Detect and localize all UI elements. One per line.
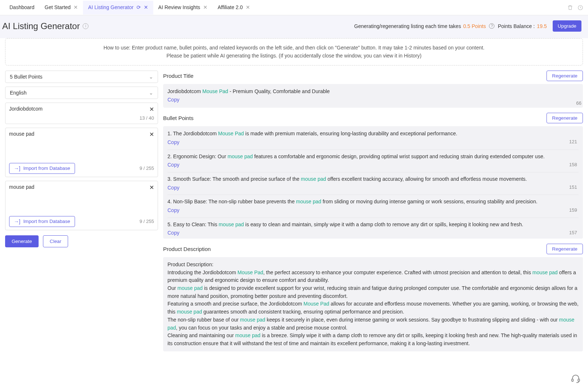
copy-button[interactable]: Copy — [167, 229, 179, 237]
close-icon[interactable]: ✕ — [246, 5, 250, 10]
desc-text: The non-slip rubber base of our — [167, 317, 240, 323]
copy-button[interactable]: Copy — [167, 139, 179, 147]
bullet-post: is easy to clean and maintain, simply wi… — [244, 222, 523, 227]
select-value: 5 Bullet Points — [10, 74, 43, 80]
language-select[interactable]: English ⌄ — [5, 87, 158, 99]
keyword: mouse pad — [235, 332, 260, 338]
bullet-pre: 4. Non-Slip Base: The non-slip rubber ba… — [167, 199, 296, 204]
header-balance: Generating/regenerating listing each tim… — [354, 20, 581, 32]
tab-label: Affiliate 2.0 — [218, 4, 243, 10]
section-title: Product Description — [163, 246, 211, 252]
upgrade-button[interactable]: Upgrade — [553, 20, 581, 32]
copy-button[interactable]: Copy — [167, 207, 179, 215]
keyword: mouse pad — [296, 199, 321, 204]
desc-text: is designed to provide excellent support… — [167, 285, 577, 299]
keyword: Mouse Pad — [202, 88, 228, 94]
select-value: English — [10, 90, 27, 96]
page-title: AI Listing Generator i — [2, 21, 88, 31]
import-icon: →] — [14, 165, 20, 171]
section-title: Product Title — [163, 73, 193, 79]
tab-ai-review-insights[interactable]: AI Review Insights✕ — [153, 1, 213, 15]
bullet-pre: 2. Ergonomic Design: Our — [167, 153, 228, 159]
input-value: mouse pad — [9, 131, 154, 161]
bullet-post: from sliding or moving during intense ga… — [321, 199, 537, 204]
input-value: Jordiobdotcom — [9, 106, 154, 113]
bullet-post: features a comfortable and ergonomic des… — [253, 153, 545, 159]
keyword: mouse pad — [301, 176, 326, 182]
char-count: 66 — [576, 100, 581, 107]
bullet-item: 4. Non-Slip Base: The non-slip rubber ba… — [167, 195, 579, 214]
tab-label: Get Started — [45, 4, 71, 10]
title-text-post: - Premium Quality, Comfortable and Durab… — [228, 88, 330, 94]
svg-rect-2 — [578, 379, 580, 382]
refresh-icon[interactable]: ⟳ — [137, 4, 141, 10]
output-panel: Product Title Regenerate Jordiobdotcom M… — [163, 71, 583, 351]
tab-get-started[interactable]: Get Started✕ — [40, 1, 83, 15]
bullet-item: 5. Easy to Clean: This mouse pad is easy… — [167, 218, 579, 237]
note-cost: 0.5 Points — [463, 23, 486, 29]
import-from-database-button[interactable]: →] Import from Database — [9, 216, 75, 227]
keyword: Mouse Pad — [237, 270, 263, 275]
import-from-database-button[interactable]: →] Import from Database — [9, 163, 75, 174]
note-prefix: Generating/regenerating listing each tim… — [354, 23, 461, 29]
input-value: mouse pad — [9, 184, 154, 214]
close-icon[interactable]: ✕ — [203, 5, 208, 10]
desc-text: Cleaning and maintaining our — [167, 332, 235, 338]
bullets-input[interactable]: mouse pad ✕ →] Import from Database 9 / … — [5, 128, 158, 177]
keyword: mouse pad — [228, 153, 253, 159]
bullet-pre: 3. Smooth Surface: The smooth and precis… — [167, 176, 301, 182]
clear-input-icon[interactable]: ✕ — [149, 184, 154, 191]
keywords-input[interactable]: mouse pad ✕ →] Import from Database 9 / … — [5, 181, 158, 230]
copy-button[interactable]: Copy — [167, 161, 179, 169]
bulletpoints-select[interactable]: 5 Bullet Points ⌄ — [5, 71, 158, 83]
bullet-post: is made with premium materials, ensuring… — [244, 131, 457, 136]
bullet-item: 3. Smooth Surface: The smooth and precis… — [167, 172, 579, 192]
char-counter: 9 / 255 — [139, 219, 154, 224]
tab-dashboard[interactable]: Dashboard — [4, 1, 40, 15]
copy-button[interactable]: Copy — [167, 96, 179, 104]
desc-text: keeps it securely in place, even during … — [265, 317, 559, 323]
char-count: 157 — [569, 229, 577, 236]
page-title-text: AI Listing Generator — [2, 21, 80, 31]
history-icon[interactable] — [577, 4, 584, 11]
desc-text: , the perfect accessory to enhance your … — [263, 270, 532, 275]
close-icon[interactable]: ✕ — [74, 5, 78, 10]
question-icon[interactable]: ? — [489, 23, 494, 29]
clear-input-icon[interactable]: ✕ — [149, 131, 154, 138]
tab-label: AI Review Insights — [158, 4, 200, 10]
char-counter: 13 / 40 — [139, 115, 154, 121]
regenerate-title-button[interactable]: Regenerate — [546, 71, 583, 81]
desc-text: Featuring a smooth and precise surface, … — [167, 301, 304, 307]
tab-ai-listing-generator[interactable]: AI Listing Generator ⟳ ✕ — [83, 1, 153, 15]
char-count: 151 — [569, 184, 577, 191]
close-icon[interactable]: ✕ — [144, 5, 148, 10]
keyword: mouse pad — [177, 309, 202, 315]
header-bar: AI Listing Generator i Generating/regene… — [0, 15, 588, 38]
desc-text: Introducing the Jordiobdotcom — [167, 270, 237, 275]
keyword: mouse pad — [177, 285, 202, 291]
product-name-input[interactable]: Jordiobdotcom ✕ 13 / 40 — [5, 103, 158, 124]
description-result: Product Description: Introducing the Jor… — [163, 257, 583, 351]
char-count: 159 — [569, 207, 577, 214]
balance-label: Points Balance : — [498, 23, 534, 29]
title-text-pre: Jordiobdotcom — [167, 88, 202, 94]
chevron-down-icon: ⌄ — [149, 74, 153, 80]
clear-button[interactable]: Clear — [43, 235, 68, 247]
regenerate-bullets-button[interactable]: Regenerate — [546, 113, 583, 123]
bullet-pre: 1. The Jordiobdotcom — [167, 131, 218, 136]
chevron-down-icon: ⌄ — [149, 90, 153, 96]
char-counter: 9 / 255 — [139, 165, 154, 171]
desc-text: Our — [167, 285, 177, 291]
regenerate-description-button[interactable]: Regenerate — [546, 244, 583, 254]
info-icon[interactable]: i — [83, 23, 88, 29]
clear-input-icon[interactable]: ✕ — [149, 106, 154, 113]
trash-icon[interactable] — [567, 4, 573, 11]
copy-button[interactable]: Copy — [167, 184, 179, 192]
tab-affiliate[interactable]: Affiliate 2.0✕ — [213, 1, 255, 15]
support-icon[interactable] — [570, 373, 581, 384]
tab-label: AI Listing Generator — [88, 4, 134, 10]
title-result: Jordiobdotcom Mouse Pad - Premium Qualit… — [163, 84, 583, 108]
keyword: mouse pad — [219, 222, 244, 227]
desc-heading: Product Description: — [167, 261, 579, 269]
generate-button[interactable]: Generate — [5, 235, 39, 247]
